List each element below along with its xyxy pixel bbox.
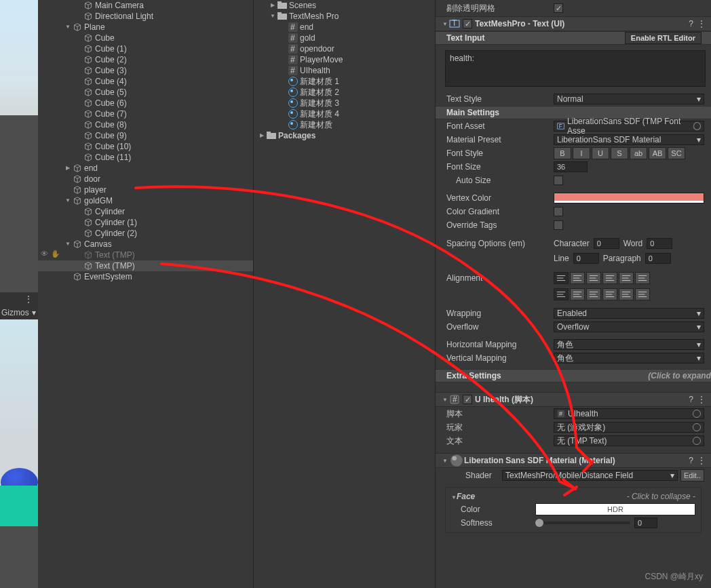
shader-edit-button[interactable]: Edit.. (680, 469, 704, 482)
preset-icon[interactable]: ⋮ (697, 395, 706, 404)
scene-toolbar[interactable]: ⋮ (0, 292, 38, 306)
project-item[interactable]: TextMesh Pro (254, 11, 435, 22)
help-icon[interactable]: ? (689, 19, 693, 28)
hierarchy-item[interactable]: Cube (1) (38, 43, 253, 54)
object-field[interactable]: 无 (游戏对象) (554, 422, 704, 433)
project-item[interactable]: #PlayerMove (254, 54, 435, 65)
expand-icon[interactable] (441, 458, 449, 464)
hierarchy-item[interactable]: Plane (38, 22, 253, 33)
expand-icon[interactable] (64, 163, 72, 174)
font-size-input[interactable] (554, 161, 588, 172)
hierarchy-item[interactable]: Cylinder (2) (38, 228, 253, 239)
project-item[interactable]: Packages (254, 130, 435, 141)
hierarchy-item[interactable]: Text (TMP) (38, 260, 253, 271)
alignment-button[interactable] (619, 272, 634, 284)
project-item[interactable]: #UIhealth (254, 65, 435, 76)
component-enable-checkbox[interactable] (463, 395, 472, 404)
hierarchy-item[interactable]: Cube (8) (38, 119, 253, 130)
component-enable-checkbox[interactable] (463, 19, 472, 28)
project-item[interactable]: 新建材质 4 (254, 109, 435, 119)
visibility-toggles[interactable]: 👁 ✋ (41, 250, 60, 258)
object-picker-icon[interactable] (693, 437, 701, 445)
font-style-i-button[interactable]: I (573, 147, 590, 159)
alignment-button[interactable] (570, 288, 585, 300)
project-item[interactable]: Scenes (254, 0, 435, 11)
v-mapping-dropdown[interactable]: 角色▾ (554, 353, 704, 364)
cull-mesh-checkbox[interactable] (554, 3, 563, 13)
hierarchy-item[interactable]: Cylinder (38, 206, 253, 217)
gizmos-button[interactable]: Gizmos▾ (0, 306, 38, 319)
hierarchy-item[interactable]: Cube (3) (38, 65, 253, 76)
alignment-button[interactable] (570, 272, 585, 284)
expand-icon[interactable] (64, 195, 72, 206)
alignment-button[interactable] (635, 272, 650, 284)
hierarchy-item[interactable]: Cube (4) (38, 76, 253, 87)
hierarchy-item[interactable]: Cube (5) (38, 87, 253, 98)
text-style-dropdown[interactable]: Normal▾ (554, 94, 704, 104)
softness-value-input[interactable] (634, 517, 657, 528)
project-item[interactable]: #opendoor (254, 43, 435, 54)
h-mapping-dropdown[interactable]: 角色▾ (554, 339, 704, 350)
object-field[interactable]: #UIhealth (554, 408, 704, 419)
rtl-editor-button[interactable]: Enable RTL Editor (625, 32, 702, 44)
spacing-word-input[interactable] (647, 238, 672, 249)
hierarchy-item[interactable]: EventSystem (38, 271, 253, 282)
hierarchy-item[interactable]: Directional Light (38, 11, 253, 22)
wrapping-dropdown[interactable]: Enabled▾ (554, 308, 704, 319)
expand-icon[interactable] (64, 239, 72, 250)
expand-icon[interactable] (64, 22, 72, 33)
spacing-paragraph-input[interactable] (645, 253, 671, 264)
alignment-button[interactable] (602, 272, 617, 284)
expand-icon[interactable] (451, 492, 457, 501)
project-item[interactable]: 新建材质 2 (254, 87, 435, 98)
scene-view[interactable] (0, 319, 38, 526)
font-style-s-button[interactable]: S (611, 147, 628, 159)
uihealth-component-header[interactable]: # U Ihealth (脚本) ? ⋮ (436, 392, 711, 407)
object-picker-icon[interactable] (693, 410, 701, 418)
hdr-color-button[interactable]: HDR (535, 503, 695, 515)
font-asset-field[interactable]: F LiberationSans SDF (TMP Font Asse (554, 121, 704, 132)
object-field[interactable]: 无 (TMP Text) (554, 435, 704, 446)
hierarchy-item[interactable]: door (38, 174, 253, 184)
project-item[interactable]: 新建材质 1 (254, 76, 435, 87)
hierarchy-item[interactable]: Cylinder (1) (38, 217, 253, 228)
hierarchy-item[interactable]: Cube (38, 33, 253, 43)
project-item[interactable]: 新建材质 (254, 119, 435, 130)
font-style-u-button[interactable]: U (592, 147, 609, 159)
project-item[interactable]: #end (254, 22, 435, 33)
alignment-button[interactable] (554, 272, 569, 284)
material-preset-dropdown[interactable]: LiberationSans SDF Material▾ (554, 134, 704, 145)
softness-slider[interactable] (535, 522, 630, 524)
project-item[interactable]: 新建材质 3 (254, 98, 435, 109)
font-style-b-button[interactable]: B (554, 147, 571, 159)
alignment-button[interactable] (619, 288, 634, 300)
font-style-ab-button[interactable]: AB (649, 147, 666, 159)
hierarchy-item[interactable]: Cube (2) (38, 54, 253, 65)
expand-icon[interactable] (441, 397, 449, 403)
expand-icon[interactable] (269, 0, 277, 11)
hierarchy-item[interactable]: player (38, 184, 253, 195)
font-style-ab-button[interactable]: ab (630, 147, 647, 159)
color-gradient-checkbox[interactable] (554, 207, 563, 216)
expand-icon[interactable] (269, 11, 277, 22)
help-icon[interactable]: ? (689, 456, 693, 465)
tmp-component-header[interactable]: T TextMeshPro - Text (UI) ? ⋮ (436, 16, 711, 31)
alignment-button[interactable] (586, 272, 601, 284)
project-item[interactable]: #gold (254, 33, 435, 43)
spacing-character-input[interactable] (594, 238, 619, 249)
hierarchy-item[interactable]: end (38, 163, 253, 174)
object-picker-icon[interactable] (693, 423, 701, 431)
eye-icon[interactable]: 👁 (41, 250, 48, 258)
hierarchy-item[interactable]: Cube (11) (38, 152, 253, 163)
help-icon[interactable]: ? (689, 395, 693, 404)
alignment-button[interactable] (586, 288, 601, 300)
vertex-color-swatch[interactable] (554, 193, 704, 203)
auto-size-checkbox[interactable] (554, 176, 563, 185)
shader-dropdown[interactable]: TextMeshPro/Mobile/Distance Field▾ (502, 470, 678, 481)
extra-settings-header[interactable]: Extra Settings (Click to expand (436, 369, 711, 383)
hierarchy-item[interactable]: goldGM (38, 195, 253, 206)
alignment-button[interactable] (554, 288, 569, 300)
hierarchy-item[interactable]: Text (TMP) (38, 250, 253, 260)
spacing-line-input[interactable] (573, 253, 599, 264)
font-style-sc-button[interactable]: SC (668, 147, 685, 159)
